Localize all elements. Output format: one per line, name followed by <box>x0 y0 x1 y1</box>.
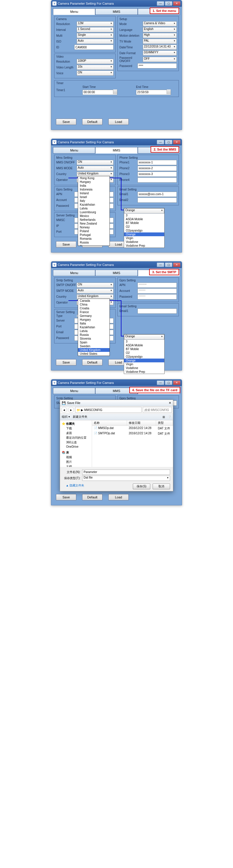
dropdown-item[interactable]: Singapore <box>78 244 109 246</box>
file-list[interactable]: 名称 修改日期 类型 📄 MMSOp.dat2016/12/22 14:28DA… <box>92 420 173 467</box>
sidebar-item[interactable]: 最近访问的位置 <box>61 435 91 440</box>
dropdown-item[interactable]: O2 <box>124 225 164 229</box>
dropdown-item[interactable]: Vodafone <box>124 240 164 244</box>
datetime-select[interactable]: 22/12/2016 14:31:43 <box>143 44 177 50</box>
sidebar-item[interactable]: 图片 <box>61 460 91 464</box>
maximize-button[interactable]: ▢ <box>165 140 172 145</box>
country-dropdown[interactable]: Hong KongHungaryIndiaIndonesiaIrelandIsr… <box>78 176 110 246</box>
col-name[interactable]: 名称 <box>92 420 127 426</box>
dropdown-item[interactable]: Romania <box>78 237 109 241</box>
phone4-input[interactable] <box>137 177 177 183</box>
dropdown-item[interactable]: Virgin <box>124 362 164 366</box>
newfolder-button[interactable]: 新建文件夹 <box>73 415 88 419</box>
iso-select[interactable]: Auto <box>76 39 113 44</box>
pwonoff-select[interactable]: OFF <box>143 57 177 62</box>
email2-input[interactable] <box>137 197 177 203</box>
operator-dropdown[interactable]: Orange 3ASDA MobileBT MobileO2O2payandgo… <box>124 208 165 248</box>
dateformat-select[interactable]: DD/MM/YY <box>143 51 177 56</box>
language-select[interactable]: English <box>143 27 177 32</box>
smtp-mode-select[interactable]: Auto <box>76 288 113 293</box>
tab-mms[interactable]: MMS <box>95 270 137 276</box>
sidebar-item[interactable]: 视频 <box>61 455 91 460</box>
dropdown-item[interactable]: Kazakhstan <box>78 203 109 207</box>
operator-dropdown[interactable]: Orange 3ASDA MobileBT MobileO2O2payandgo… <box>124 334 165 374</box>
operator-dd-header[interactable]: Orange <box>124 334 164 340</box>
minimize-button[interactable]: — <box>157 262 164 267</box>
dropdown-item[interactable]: Italy <box>78 199 109 203</box>
dropdown-item[interactable]: India <box>78 184 109 188</box>
video-length-select[interactable]: 10s <box>76 65 113 70</box>
sidebar-item[interactable]: 文档 <box>61 464 91 467</box>
hide-folders-link[interactable]: ▲ 隐藏文件夹 <box>63 482 87 489</box>
dropdown-item[interactable]: New Zealand <box>78 222 109 225</box>
operator-dd-header[interactable]: Orange <box>124 208 164 214</box>
dialog-sidebar[interactable]: ⭐收藏夹 下载桌面最近访问的位置360云盘OneDrive 📚库 视频图片文档 <box>60 420 92 467</box>
view-icon[interactable]: ⊞ <box>163 415 165 418</box>
smtp-onoff-select[interactable]: ON <box>76 282 113 288</box>
dropdown-item[interactable]: Mexico <box>78 214 109 218</box>
tab-mms[interactable]: MMS <box>95 147 137 154</box>
dropdown-item[interactable]: Luxembourg <box>78 210 109 214</box>
sidebar-item[interactable]: 360云盘 <box>61 440 91 445</box>
dropdown-item[interactable]: O2payandgo <box>124 229 164 232</box>
close-button[interactable]: ✕ <box>173 380 180 385</box>
video-resolution-select[interactable]: 1080P <box>76 59 113 64</box>
dropdown-item[interactable]: Virgin <box>124 236 164 240</box>
dropdown-item[interactable]: Vodafone <box>124 366 164 370</box>
dropdown-item[interactable]: Russia <box>78 241 109 244</box>
dropdown-item[interactable]: Hungary <box>78 318 109 321</box>
dropdown-item[interactable]: Vodafone Prep <box>124 244 164 248</box>
file-list-header[interactable]: 名称 修改日期 类型 <box>92 420 173 426</box>
dropdown-item[interactable]: O2payandgo <box>124 355 164 359</box>
default-button[interactable]: Default <box>82 359 102 366</box>
dropdown-item[interactable]: Latvia <box>78 207 109 210</box>
country-dropdown[interactable]: CanadaChinaCroatiaFranceGermanyHungaryIt… <box>78 299 110 356</box>
tab-menu[interactable]: Menu <box>53 270 95 276</box>
sidebar-item[interactable]: OneDrive <box>61 445 91 448</box>
dropdown-item[interactable]: Portugal <box>78 233 109 237</box>
end-time-input[interactable] <box>136 90 171 95</box>
apn-input[interactable] <box>137 282 177 288</box>
account-input[interactable] <box>137 288 177 293</box>
minimize-button[interactable]: — <box>157 1 164 6</box>
load-button[interactable]: Load <box>108 494 129 500</box>
filetype-select[interactable]: Dat file <box>82 476 170 481</box>
dropdown-item[interactable]: Germany <box>78 314 109 318</box>
dropdown-item[interactable]: Russia <box>78 333 109 337</box>
dropdown-item[interactable]: BT Mobile <box>124 221 164 225</box>
save-button[interactable]: Save <box>56 494 76 500</box>
dropdown-item[interactable]: Orange <box>124 359 164 362</box>
dialog-save-button[interactable]: 保存(S) <box>133 484 150 489</box>
nav-back-button[interactable]: ◄ <box>61 407 67 413</box>
spinner-icon[interactable] <box>167 89 171 94</box>
dropdown-item[interactable]: United Kingdom <box>78 348 109 352</box>
dropdown-item[interactable]: Israel <box>78 195 109 199</box>
dropdown-item[interactable]: Latvia <box>78 329 109 333</box>
organize-button[interactable]: 组织 ▾ <box>62 415 70 419</box>
default-button[interactable]: Default <box>82 494 102 500</box>
dropdown-item[interactable]: Sweden <box>78 344 109 348</box>
dropdown-item[interactable]: ASDA Mobile <box>124 217 164 221</box>
default-button[interactable]: Default <box>82 119 102 125</box>
dropdown-item[interactable]: Poland <box>78 229 109 233</box>
phone1-input[interactable] <box>137 160 177 165</box>
dropdown-item[interactable]: Hong Kong <box>78 176 109 180</box>
mms-onoff-select[interactable]: ON <box>76 160 113 165</box>
mode-select[interactable]: Camera & Video <box>143 21 177 27</box>
col-type[interactable]: 类型 <box>156 420 173 426</box>
help-icon[interactable]: ❔ <box>168 415 171 418</box>
email1-input[interactable] <box>137 192 177 197</box>
gprs-password-input[interactable] <box>137 294 177 300</box>
start-time-input[interactable] <box>82 90 118 95</box>
dropdown-item[interactable]: Indonesia <box>78 188 109 191</box>
id-input[interactable] <box>74 44 113 50</box>
interval-select[interactable]: 1 Second <box>76 27 113 32</box>
close-button[interactable]: ✕ <box>173 140 180 145</box>
path-breadcrumb[interactable]: 📁 ▶ MMSCONFIG <box>75 407 141 413</box>
save-button[interactable]: Save <box>56 119 76 125</box>
maximize-button[interactable]: ▢ <box>165 1 172 6</box>
dropdown-item[interactable]: O2 <box>124 351 164 355</box>
dropdown-item[interactable]: 3 <box>124 214 164 217</box>
motion-select[interactable]: High <box>143 33 177 38</box>
tvmode-select[interactable]: PAL <box>143 39 177 44</box>
